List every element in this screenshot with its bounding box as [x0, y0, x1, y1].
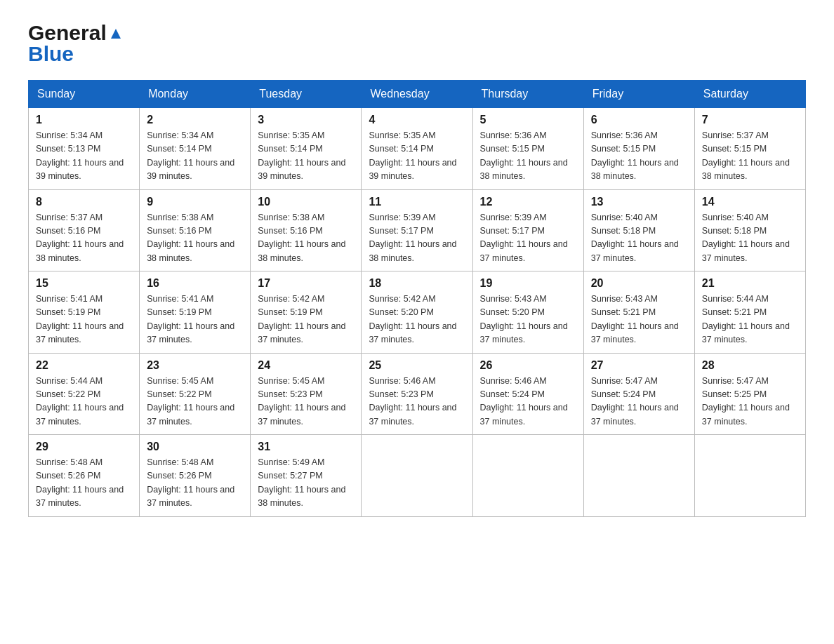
calendar-cell: 28Sunrise: 5:47 AMSunset: 5:25 PMDayligh…	[694, 353, 805, 435]
calendar-cell: 9Sunrise: 5:38 AMSunset: 5:16 PMDaylight…	[140, 189, 251, 271]
calendar-cell: 11Sunrise: 5:39 AMSunset: 5:17 PMDayligh…	[362, 189, 472, 271]
day-info: Sunrise: 5:43 AMSunset: 5:21 PMDaylight:…	[591, 293, 687, 347]
day-info: Sunrise: 5:48 AMSunset: 5:26 PMDaylight:…	[36, 456, 132, 511]
day-number: 30	[147, 441, 243, 453]
calendar-table: SundayMondayTuesdayWednesdayThursdayFrid…	[28, 80, 806, 517]
day-number: 12	[480, 196, 576, 208]
week-row-3: 15Sunrise: 5:41 AMSunset: 5:19 PMDayligh…	[29, 271, 806, 354]
day-info: Sunrise: 5:35 AMSunset: 5:14 PMDaylight:…	[369, 129, 465, 184]
day-of-week-wednesday: Wednesday	[362, 81, 472, 108]
days-of-week-row: SundayMondayTuesdayWednesdayThursdayFrid…	[29, 81, 806, 108]
calendar-cell: 4Sunrise: 5:35 AMSunset: 5:14 PMDaylight…	[362, 108, 472, 190]
day-number: 14	[702, 196, 798, 208]
day-number: 24	[258, 359, 354, 372]
day-of-week-thursday: Thursday	[472, 81, 583, 108]
day-info: Sunrise: 5:36 AMSunset: 5:15 PMDaylight:…	[480, 129, 576, 184]
calendar-cell: 13Sunrise: 5:40 AMSunset: 5:18 PMDayligh…	[583, 189, 694, 271]
calendar-cell: 27Sunrise: 5:47 AMSunset: 5:24 PMDayligh…	[583, 353, 694, 435]
calendar-cell: 10Sunrise: 5:38 AMSunset: 5:16 PMDayligh…	[251, 189, 362, 271]
day-number: 27	[591, 359, 687, 372]
day-info: Sunrise: 5:41 AMSunset: 5:19 PMDaylight:…	[147, 293, 243, 347]
calendar-cell: 7Sunrise: 5:37 AMSunset: 5:15 PMDaylight…	[694, 108, 805, 190]
calendar-cell: 18Sunrise: 5:42 AMSunset: 5:20 PMDayligh…	[362, 271, 472, 354]
day-info: Sunrise: 5:35 AMSunset: 5:14 PMDaylight:…	[258, 129, 354, 184]
week-row-5: 29Sunrise: 5:48 AMSunset: 5:26 PMDayligh…	[29, 435, 806, 517]
calendar-cell: 16Sunrise: 5:41 AMSunset: 5:19 PMDayligh…	[140, 271, 251, 354]
day-info: Sunrise: 5:40 AMSunset: 5:18 PMDaylight:…	[702, 211, 798, 266]
logo: General Blue	[28, 21, 124, 66]
calendar-cell: 26Sunrise: 5:46 AMSunset: 5:24 PMDayligh…	[472, 353, 583, 435]
svg-marker-0	[111, 29, 121, 39]
page-header: General Blue	[28, 21, 806, 66]
day-info: Sunrise: 5:39 AMSunset: 5:17 PMDaylight:…	[369, 211, 465, 266]
calendar-cell: 15Sunrise: 5:41 AMSunset: 5:19 PMDayligh…	[29, 271, 140, 354]
day-number: 8	[36, 196, 132, 208]
day-info: Sunrise: 5:36 AMSunset: 5:15 PMDaylight:…	[591, 129, 687, 184]
day-info: Sunrise: 5:44 AMSunset: 5:21 PMDaylight:…	[702, 293, 798, 347]
day-info: Sunrise: 5:42 AMSunset: 5:19 PMDaylight:…	[258, 293, 354, 347]
week-row-4: 22Sunrise: 5:44 AMSunset: 5:22 PMDayligh…	[29, 353, 806, 435]
day-number: 13	[591, 196, 687, 208]
day-info: Sunrise: 5:38 AMSunset: 5:16 PMDaylight:…	[147, 211, 243, 266]
week-row-1: 1Sunrise: 5:34 AMSunset: 5:13 PMDaylight…	[29, 108, 806, 190]
calendar-cell: 17Sunrise: 5:42 AMSunset: 5:19 PMDayligh…	[251, 271, 362, 354]
day-number: 26	[480, 359, 576, 372]
day-info: Sunrise: 5:43 AMSunset: 5:20 PMDaylight:…	[480, 293, 576, 347]
day-number: 17	[258, 277, 354, 290]
day-info: Sunrise: 5:37 AMSunset: 5:15 PMDaylight:…	[702, 129, 798, 184]
day-number: 31	[258, 441, 354, 453]
day-number: 15	[36, 277, 132, 290]
day-number: 7	[702, 114, 798, 126]
day-info: Sunrise: 5:39 AMSunset: 5:17 PMDaylight:…	[480, 211, 576, 266]
calendar-cell: 5Sunrise: 5:36 AMSunset: 5:15 PMDaylight…	[472, 108, 583, 190]
day-number: 19	[480, 277, 576, 290]
day-number: 5	[480, 114, 576, 126]
calendar-cell: 12Sunrise: 5:39 AMSunset: 5:17 PMDayligh…	[472, 189, 583, 271]
day-info: Sunrise: 5:47 AMSunset: 5:24 PMDaylight:…	[591, 375, 687, 429]
logo-blue-text: Blue	[28, 42, 74, 66]
day-of-week-monday: Monday	[140, 81, 251, 108]
day-info: Sunrise: 5:48 AMSunset: 5:26 PMDaylight:…	[147, 456, 243, 511]
calendar-cell	[583, 435, 694, 517]
day-info: Sunrise: 5:47 AMSunset: 5:25 PMDaylight:…	[702, 375, 798, 429]
day-number: 1	[36, 114, 132, 126]
calendar-cell: 3Sunrise: 5:35 AMSunset: 5:14 PMDaylight…	[251, 108, 362, 190]
logo-general-text: General	[28, 21, 107, 45]
day-of-week-sunday: Sunday	[29, 81, 140, 108]
calendar-cell: 25Sunrise: 5:46 AMSunset: 5:23 PMDayligh…	[362, 353, 472, 435]
calendar-cell: 23Sunrise: 5:45 AMSunset: 5:22 PMDayligh…	[140, 353, 251, 435]
day-of-week-tuesday: Tuesday	[251, 81, 362, 108]
day-number: 22	[36, 359, 132, 372]
day-number: 29	[36, 441, 132, 453]
calendar-cell: 29Sunrise: 5:48 AMSunset: 5:26 PMDayligh…	[29, 435, 140, 517]
day-of-week-saturday: Saturday	[694, 81, 805, 108]
calendar-cell	[362, 435, 472, 517]
week-row-2: 8Sunrise: 5:37 AMSunset: 5:16 PMDaylight…	[29, 189, 806, 271]
calendar-cell: 14Sunrise: 5:40 AMSunset: 5:18 PMDayligh…	[694, 189, 805, 271]
day-info: Sunrise: 5:46 AMSunset: 5:23 PMDaylight:…	[369, 375, 465, 429]
calendar-cell	[694, 435, 805, 517]
day-number: 18	[369, 277, 465, 290]
day-number: 3	[258, 114, 354, 126]
day-number: 21	[702, 277, 798, 290]
calendar-cell: 6Sunrise: 5:36 AMSunset: 5:15 PMDaylight…	[583, 108, 694, 190]
day-number: 16	[147, 277, 243, 290]
day-number: 4	[369, 114, 465, 126]
calendar-cell: 31Sunrise: 5:49 AMSunset: 5:27 PMDayligh…	[251, 435, 362, 517]
day-info: Sunrise: 5:45 AMSunset: 5:23 PMDaylight:…	[258, 375, 354, 429]
calendar-cell	[472, 435, 583, 517]
day-info: Sunrise: 5:45 AMSunset: 5:22 PMDaylight:…	[147, 375, 243, 429]
calendar-cell: 1Sunrise: 5:34 AMSunset: 5:13 PMDaylight…	[29, 108, 140, 190]
calendar-cell: 2Sunrise: 5:34 AMSunset: 5:14 PMDaylight…	[140, 108, 251, 190]
day-number: 9	[147, 196, 243, 208]
day-number: 28	[702, 359, 798, 372]
calendar-cell: 8Sunrise: 5:37 AMSunset: 5:16 PMDaylight…	[29, 189, 140, 271]
calendar-cell: 20Sunrise: 5:43 AMSunset: 5:21 PMDayligh…	[583, 271, 694, 354]
day-number: 2	[147, 114, 243, 126]
day-info: Sunrise: 5:40 AMSunset: 5:18 PMDaylight:…	[591, 211, 687, 266]
day-number: 11	[369, 196, 465, 208]
day-number: 20	[591, 277, 687, 290]
day-info: Sunrise: 5:42 AMSunset: 5:20 PMDaylight:…	[369, 293, 465, 347]
day-info: Sunrise: 5:38 AMSunset: 5:16 PMDaylight:…	[258, 211, 354, 266]
logo-triangle-icon	[108, 26, 124, 41]
